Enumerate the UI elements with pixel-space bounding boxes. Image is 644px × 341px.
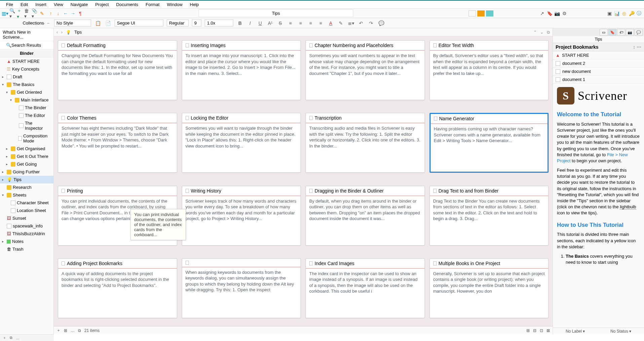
nav-back-icon[interactable]: ‹: [56, 30, 58, 35]
binder-item-character-sheet[interactable]: Character Sheet: [0, 199, 53, 207]
paste-format-icon[interactable]: 📄: [105, 20, 111, 27]
edit-icon[interactable]: ✎: [39, 10, 45, 16]
collection-tab-binder[interactable]: Binder: [0, 49, 54, 57]
weight-select[interactable]: Regular: [167, 19, 189, 27]
align-left-icon[interactable]: ≡: [287, 20, 294, 27]
binder-item-get-going[interactable]: ▸Get Going: [0, 160, 53, 168]
bookmark-item[interactable]: ▲START HERE: [553, 51, 644, 59]
binder-item-tips[interactable]: ▸💡Tips: [0, 176, 53, 183]
align-right-icon[interactable]: ≡: [307, 20, 314, 27]
binder-toggle-icon[interactable]: ▥▾: [2, 10, 8, 16]
collection-tab-whatsnew[interactable]: What's New in Scrivene...: [0, 28, 53, 41]
binder-item-the-binder[interactable]: The Binder: [0, 104, 53, 112]
inspector-tab-snapshots[interactable]: 📷: [626, 29, 634, 36]
index-card[interactable]: Name GeneratorHaving problems coming up …: [430, 113, 549, 173]
info-icon[interactable]: ⓘ: [636, 10, 642, 16]
card-header[interactable]: Editor Text Width: [430, 41, 549, 51]
text-color-icon[interactable]: A: [327, 20, 334, 27]
menu-help[interactable]: Help: [187, 1, 202, 8]
collection-tab-search[interactable]: 🔍Search Results: [0, 41, 53, 49]
document-title[interactable]: Tips: [199, 9, 353, 17]
binder-item-sheets[interactable]: ▾Sheets: [0, 191, 53, 199]
menu-insert[interactable]: Insert: [32, 1, 50, 8]
index-card[interactable]: Locking the EditorSometimes you will wan…: [182, 113, 301, 173]
binder-item-going-further[interactable]: ▸Going Further: [0, 168, 53, 176]
binder-item-sunset[interactable]: 🖼Sunset: [0, 214, 53, 222]
bookmark-icon[interactable]: 🔖: [547, 10, 553, 16]
inspector-tab-bookmarks[interactable]: 🔖: [608, 29, 616, 36]
footer-more-icon[interactable]: …: [71, 328, 75, 333]
align-center-icon[interactable]: ≡: [297, 20, 304, 27]
menu-view[interactable]: View: [50, 1, 67, 8]
arrow-down-icon[interactable]: ↓: [55, 10, 61, 16]
arrow-right-icon[interactable]: →: [70, 10, 76, 16]
underline-icon[interactable]: U: [257, 20, 264, 27]
undo-icon[interactable]: ↶: [358, 20, 364, 27]
pilcrow-icon[interactable]: ¶: [77, 10, 83, 16]
card-header[interactable]: Drag Text to and from Binder: [430, 186, 549, 196]
editor-split-icon[interactable]: ⧉: [547, 30, 550, 35]
inspector-content[interactable]: S Scrivener Welcome to the Tutorial Welc…: [553, 84, 644, 328]
card-header[interactable]: Inserting Images: [182, 41, 301, 51]
index-card[interactable]: Default FormattingChanging the Default F…: [58, 40, 177, 100]
stats-icon[interactable]: 📊: [614, 10, 620, 16]
footer-add-icon[interactable]: ＋: [56, 328, 61, 333]
menu-navigate[interactable]: Navigate: [67, 1, 91, 8]
arrow-left-icon[interactable]: ←: [63, 10, 69, 16]
card-header[interactable]: Name Generator: [431, 114, 548, 124]
binder-item-composition-mode[interactable]: Composition Mode: [0, 132, 53, 145]
card-header[interactable]: [182, 259, 301, 267]
corkboard[interactable]: Default FormattingChanging the Default F…: [54, 36, 553, 326]
arrow-up-icon[interactable]: ↑: [48, 10, 54, 16]
label-dropdown[interactable]: No Label ▾: [566, 329, 585, 334]
index-card[interactable]: When assigning keywords to documents fro…: [182, 258, 301, 318]
card-header[interactable]: Dragging in the Binder & Outliner: [306, 186, 425, 196]
menu-documents[interactable]: Documents: [113, 1, 142, 8]
editor-up-icon[interactable]: ⌃: [533, 30, 537, 35]
card-header[interactable]: Color Themes: [58, 113, 177, 123]
compile-icon[interactable]: ↗: [539, 10, 545, 16]
binder-item-trash[interactable]: 🗑Trash: [0, 245, 53, 253]
view-mode-1-icon[interactable]: ⊞: [526, 328, 530, 333]
binder-item-start-here[interactable]: ▲START HERE: [0, 57, 53, 65]
index-card[interactable]: Index Card ImagesThe index card in the i…: [306, 258, 425, 318]
view-mode-4-icon[interactable]: ⊠: [547, 328, 550, 333]
inspector-tab-comments[interactable]: 💬: [635, 29, 643, 36]
editor-down-icon[interactable]: ⌄: [540, 30, 544, 35]
add-icon[interactable]: ＋▾: [17, 10, 23, 16]
binder-item-the-editor[interactable]: The Editor: [0, 112, 53, 119]
binder-item-spacewalk_info[interactable]: spacewalk_info: [0, 222, 53, 230]
font-select[interactable]: Segoe UI: [115, 19, 163, 27]
card-header[interactable]: Writing History: [182, 186, 301, 196]
trash-icon[interactable]: 🗑▾: [24, 10, 30, 16]
index-card[interactable]: Drag Text to and from BinderDrag Text to…: [430, 186, 549, 246]
bookmark-item[interactable]: document 1: [553, 76, 644, 84]
bookmark-item[interactable]: new document: [553, 68, 644, 76]
italic-icon[interactable]: I: [247, 20, 253, 27]
menu-file[interactable]: File: [3, 1, 16, 8]
menu-project[interactable]: Project: [92, 1, 112, 8]
index-card[interactable]: Multiple Books in One ProjectGenerally, …: [430, 258, 549, 318]
view-single-icon[interactable]: [469, 10, 476, 16]
superscript-icon[interactable]: A¹: [267, 20, 274, 27]
binder-item-draft[interactable]: ▸Draft: [0, 73, 53, 81]
card-header[interactable]: Transcription: [306, 113, 425, 123]
index-card[interactable]: Editor Text WidthBy default, Scrivener's…: [430, 40, 549, 100]
search-icon[interactable]: 🔍▾: [9, 10, 15, 16]
gear-icon[interactable]: ⚙: [561, 10, 567, 16]
card-header[interactable]: Chapter Numbering and Placeholders: [306, 41, 425, 51]
bookmarks-menu-icon[interactable]: ↕ ⋯: [633, 44, 641, 50]
comment-icon[interactable]: 💬: [378, 20, 385, 27]
bold-icon[interactable]: B: [237, 20, 243, 27]
index-card[interactable]: TranscriptionTranscribing audio and medi…: [306, 113, 425, 173]
index-card[interactable]: Chapter Numbering and PlaceholdersSometi…: [306, 40, 425, 100]
attachment-icon[interactable]: 📎▾: [32, 10, 38, 16]
key-icon[interactable]: 🔑: [629, 10, 635, 16]
footer-grid-icon[interactable]: ⊞: [64, 328, 67, 333]
align-justify-icon[interactable]: ≡: [317, 20, 324, 27]
binder-item-the-basics[interactable]: ▾The Basics: [0, 81, 53, 88]
snapshot-icon[interactable]: 📷: [554, 10, 560, 16]
index-card[interactable]: Adding Project BookmarksA quick way of a…: [58, 258, 177, 318]
view-outline-icon[interactable]: [486, 10, 493, 16]
highlight-icon[interactable]: ✎: [337, 20, 344, 27]
